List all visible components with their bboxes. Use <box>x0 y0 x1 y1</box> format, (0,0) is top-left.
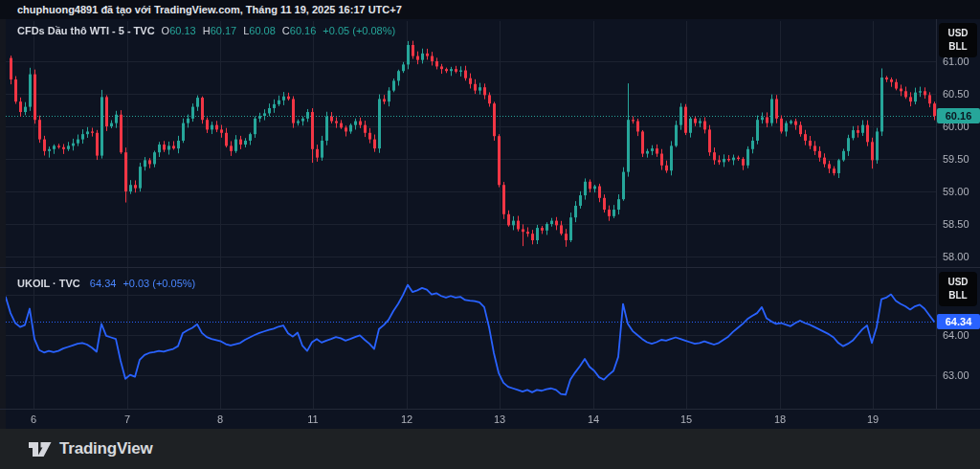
pane-divider[interactable] <box>0 267 980 268</box>
tradingview-brand[interactable]: TradingView <box>29 429 153 469</box>
time-tick-label: 14 <box>582 413 605 425</box>
ohlc-label: O <box>162 25 170 36</box>
ohlc-label: H <box>203 25 211 36</box>
brand-text: TradingView <box>59 439 153 458</box>
price-tick-label: 60.50 <box>943 86 969 101</box>
price-tick-label: 58.50 <box>943 216 969 232</box>
time-tick-label: 6 <box>22 413 45 425</box>
ohlc-label: C <box>282 25 290 36</box>
tradingview-logo-icon <box>29 442 52 457</box>
ukoil-change: +0.03 (+0.05%) <box>122 278 195 289</box>
ohlc-value: 60.16 <box>290 25 317 36</box>
price-tick-label: 63.00 <box>943 368 969 383</box>
time-tick-label: 19 <box>861 413 884 425</box>
last-price-badge-ukoil: 64.34 <box>937 314 980 329</box>
price-tick-label: 64.00 <box>943 327 969 343</box>
time-tick-label: 18 <box>768 413 791 425</box>
time-tick-label: 12 <box>395 413 418 425</box>
time-tick-label: 8 <box>209 413 232 425</box>
unit-measure: BLL <box>939 40 977 54</box>
ohlc-value: 60.13 <box>169 25 196 36</box>
attribution-text: chuphuong4891 đã tạo với TradingView.com… <box>17 4 402 15</box>
footer-bar: TradingView <box>0 429 980 469</box>
unit-badge-ukoil: USD BLL <box>939 272 977 306</box>
time-tick-label: 7 <box>116 413 139 425</box>
last-price-badge-wti: 60.16 <box>937 108 980 123</box>
wti-symbol-title[interactable]: CFDs Dầu thô WTI - 5 - TVC <box>17 25 155 36</box>
unit-measure: BLL <box>939 289 977 302</box>
ohlc-value: 60.08 <box>249 25 276 36</box>
price-tick-label: 58.00 <box>943 249 969 264</box>
time-tick-label: 11 <box>301 413 324 425</box>
ukoil-legend: UKOIL · TVC 64.34+0.03 (+0.05%) <box>17 276 195 291</box>
unit-currency: USD <box>939 276 977 289</box>
wti-candlestick-pane[interactable] <box>0 21 936 268</box>
tradingview-snapshot: chuphuong4891 đã tạo với TradingView.com… <box>0 0 980 469</box>
price-tick-label: 59.00 <box>943 184 969 199</box>
ukoil-symbol-title[interactable]: UKOIL · TVC <box>17 278 80 289</box>
ohlc-value: 60.17 <box>211 25 237 36</box>
unit-currency: USD <box>939 27 977 40</box>
time-axis[interactable]: 67811121314151819 <box>0 409 980 430</box>
time-tick-label: 15 <box>675 413 698 425</box>
price-tick-label: 59.50 <box>943 151 969 167</box>
price-axis[interactable]: USD BLL USD BLL 60.16 64.34 61.0060.5060… <box>936 19 980 409</box>
chart-left-frame <box>0 19 6 429</box>
wti-change: +0.05 (+0.08%) <box>323 25 395 36</box>
wti-legend: CFDs Dầu thô WTI - 5 - TVCO60.13H60.17L6… <box>17 23 395 38</box>
ukoil-last-value: 64.34 <box>90 278 117 289</box>
chart-area: CFDs Dầu thô WTI - 5 - TVCO60.13H60.17L6… <box>0 19 980 429</box>
unit-badge-wti: USD BLL <box>939 23 977 57</box>
attribution-bar: chuphuong4891 đã tạo với TradingView.com… <box>0 0 980 19</box>
time-tick-label: 13 <box>488 413 511 425</box>
